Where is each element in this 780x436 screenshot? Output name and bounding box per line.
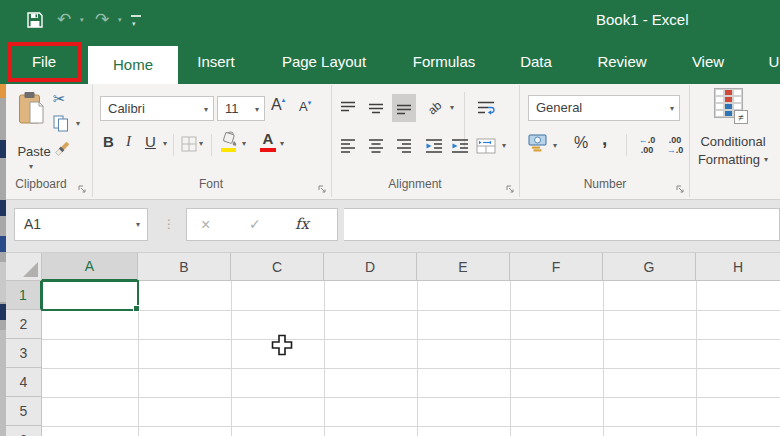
undo-dropdown-icon[interactable]: ▾ [80,8,84,32]
paste-dropdown-icon[interactable]: ▾ [29,163,33,171]
column-header-d[interactable]: D [324,253,417,281]
tab-file[interactable]: File [8,40,80,84]
align-left-button[interactable] [336,132,360,160]
gridline [42,339,780,340]
comma-style-button[interactable]: , [602,128,607,150]
redo-button[interactable]: ↷ [95,8,109,32]
accounting-dropdown-icon[interactable]: ▾ [553,142,557,150]
column-header-f[interactable]: F [510,253,603,281]
cancel-icon[interactable]: × [201,209,210,240]
increase-indent-icon[interactable] [448,132,472,160]
accounting-format-icon[interactable] [528,133,550,157]
italic-button[interactable]: I [126,133,131,150]
top-align-button[interactable] [336,94,360,122]
paste-icon[interactable] [18,91,48,131]
increase-decimal-button[interactable]: ←.0 .00 [634,135,660,155]
tab-formulas[interactable]: Formulas [400,40,488,84]
column-header-h[interactable]: H [696,253,780,281]
undo-button[interactable]: ↶ [57,8,71,32]
tab-partial[interactable]: U [752,40,780,84]
middle-align-button[interactable] [364,94,388,122]
borders-icon[interactable] [181,136,197,156]
gridline [42,426,780,427]
cf-cell [724,89,733,96]
merge-center-icon[interactable] [472,132,500,160]
column-header-a[interactable]: A [42,253,138,281]
font-family-dropdown-icon[interactable]: ▾ [204,106,208,114]
formula-bar-splitter[interactable]: ⋮ [163,208,175,241]
font-dialog-launcher-icon[interactable] [318,180,327,198]
not-equal-badge-icon: ≠ [734,110,748,124]
save-icon[interactable] [26,11,44,33]
row-header-4[interactable]: 4 [6,368,42,397]
decrease-indent-icon[interactable] [422,132,446,160]
row-header-5[interactable]: 5 [6,397,42,426]
number-group-label: Number [560,177,650,191]
cut-icon[interactable]: ✂ [53,90,66,108]
tab-page-layout[interactable]: Page Layout [258,40,390,84]
clipboard-dialog-launcher-icon[interactable] [78,180,87,198]
mini-separator [173,134,174,156]
column-header-b[interactable]: B [138,253,231,281]
column-header-e[interactable]: E [417,253,510,281]
font-color-dropdown-icon[interactable]: ▾ [280,140,284,148]
align-center-button[interactable] [364,132,388,160]
number-dialog-launcher-icon[interactable] [676,180,685,198]
gridline [42,310,780,311]
row-header-2[interactable]: 2 [6,310,42,339]
insert-function-icon[interactable]: fx [295,209,309,240]
row-header-1[interactable]: 1 [6,281,42,310]
row-header-6[interactable]: 6 [6,426,42,436]
number-format-dropdown-icon[interactable]: ▾ [670,105,674,113]
formula-input[interactable] [344,208,780,241]
copy-dropdown-icon[interactable]: ▾ [76,120,80,128]
group-separator [331,85,332,197]
redo-dropdown-icon[interactable]: ▾ [118,8,122,32]
row-header-3[interactable]: 3 [6,339,42,368]
gridline [231,281,232,436]
cell-cursor-icon [271,334,293,360]
font-size-select[interactable]: 11 ▾ [217,96,265,121]
number-format-select[interactable]: General ▾ [528,95,680,121]
name-box-dropdown-icon[interactable]: ▾ [136,221,140,229]
font-family-select[interactable]: Calibri ▾ [100,96,214,121]
alignment-dialog-launcher-icon[interactable] [506,180,515,198]
bottom-align-button[interactable] [392,94,416,122]
merge-center-dropdown-icon[interactable]: ▾ [502,142,506,150]
conditional-formatting-button-line1[interactable]: Conditional [683,134,780,149]
underline-dropdown-icon[interactable]: ▾ [163,140,167,148]
align-right-button[interactable] [392,132,416,160]
column-header-c[interactable]: C [231,253,324,281]
format-painter-icon[interactable] [53,140,71,162]
fill-handle[interactable] [133,305,140,312]
font-size-dropdown-icon[interactable]: ▾ [255,106,259,114]
tab-view[interactable]: View [674,40,742,84]
conditional-formatting-button-line2[interactable]: Formatting ▾ [683,152,780,167]
borders-dropdown-icon[interactable]: ▾ [199,140,203,148]
cf-cell [733,89,742,96]
orientation-button[interactable]: ab [422,94,448,122]
qat-customize-caret[interactable]: ▾ [132,12,136,36]
enter-icon[interactable]: ✓ [249,209,261,240]
select-all-button[interactable] [6,253,42,281]
wrap-text-icon[interactable] [472,94,500,122]
tab-insert[interactable]: Insert [178,40,254,84]
active-cell-selection[interactable] [41,280,139,311]
percent-style-button[interactable]: % [574,134,588,152]
orientation-dropdown-icon[interactable]: ▾ [450,104,454,112]
copy-icon[interactable] [53,115,69,136]
column-header-g[interactable]: G [603,253,696,281]
decrease-font-size-button[interactable]: A▾ [299,99,311,114]
bold-button[interactable]: B [103,133,114,150]
tab-data[interactable]: Data [502,40,570,84]
underline-button[interactable]: U [145,133,156,150]
font-color-button[interactable]: A [259,131,277,152]
tab-review[interactable]: Review [582,40,662,84]
tab-home[interactable]: Home [88,46,178,84]
increase-font-size-button[interactable]: A▴ [271,96,285,114]
fill-color-dropdown-icon[interactable]: ▾ [242,140,246,148]
name-box[interactable]: A1 ▾ [14,208,148,241]
fill-color-icon[interactable] [219,130,239,158]
gridline [324,281,325,436]
number-format-value: General [536,96,582,120]
